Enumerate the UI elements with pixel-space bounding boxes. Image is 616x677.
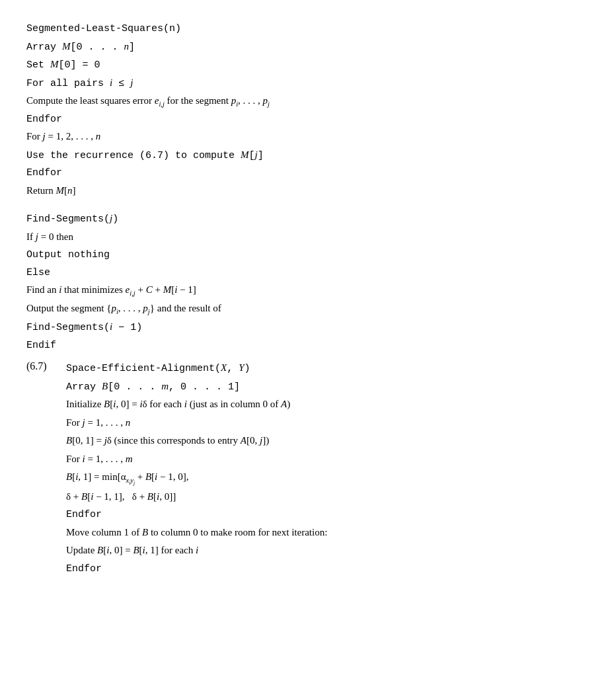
sls-line-2: Set M[0] = 0 xyxy=(26,56,590,74)
sea-line-6: B[i, 1] = min[αxiyj + B[i − 1, 0], xyxy=(66,469,590,488)
fs-line-1: If j = 0 then xyxy=(26,229,590,247)
fs-line-4: Find an i that minimizes ei,j + C + M[i … xyxy=(26,282,590,299)
sea-line-1: Array B[0 . . . m, 0 . . . 1] xyxy=(66,378,590,396)
sea-line-9: Move column 1 of B to column 0 to make r… xyxy=(66,524,590,542)
space-efficient-block: (6.7) Space-Efficient-Alignment(X, Y) Ar… xyxy=(26,359,590,578)
sea-line-8: Endfor xyxy=(66,506,590,524)
fs-line-3: Else xyxy=(26,264,590,282)
fs-line-7: Endif xyxy=(26,337,590,354)
fs-line-5: Output the segment {pi, . . . , pj} and … xyxy=(26,300,590,318)
fs-title: Find-Segments(j) xyxy=(26,210,590,228)
sls-line-6: For j = 1, 2, . . . , n xyxy=(26,128,590,146)
sls-line-1: Array M[0 . . . n] xyxy=(26,38,590,56)
sls-line-4: Compute the least squares error ei,j for… xyxy=(26,93,590,110)
sea-line-5: For i = 1, . . . , m xyxy=(66,451,590,469)
fs-line-6: Find-Segments(i − 1) xyxy=(26,319,590,337)
sea-line-4: B[0, 1] = jδ (since this corresponds to … xyxy=(66,432,590,450)
fs-line-2: Output nothing xyxy=(26,247,590,264)
sls-line-5: Endfor xyxy=(26,111,590,128)
sea-line-11: Endfor xyxy=(66,561,590,578)
equation-label: (6.7) xyxy=(26,359,66,372)
sls-line-8: Endfor xyxy=(26,165,590,182)
sea-line-2: Initialize B[i, 0] = iδ for each i (just… xyxy=(66,396,590,414)
find-segments-block: Find-Segments(j) If j = 0 then Output no… xyxy=(26,210,590,354)
sls-title: Segmented-Least-Squares(n) xyxy=(26,20,590,38)
segmented-least-squares-block: Segmented-Least-Squares(n) Array M[0 . .… xyxy=(26,20,590,200)
sls-line-9: Return M[n] xyxy=(26,182,590,200)
sls-line-3: For all pairs i ≤ j xyxy=(26,75,590,93)
sls-line-7: Use the recurrence (6.7) to compute M[j] xyxy=(26,147,590,165)
algorithm-container: Segmented-Least-Squares(n) Array M[0 . .… xyxy=(26,13,590,584)
sea-line-10: Update B[i, 0] = B[i, 1] for each i xyxy=(66,542,590,560)
sea-line-3: For j = 1, . . . , n xyxy=(66,415,590,432)
sea-title: Space-Efficient-Alignment(X, Y) xyxy=(66,360,590,378)
sea-content: Space-Efficient-Alignment(X, Y) Array B[… xyxy=(66,359,590,578)
sea-line-7: δ + B[i − 1, 1], δ + B[i, 0]] xyxy=(66,489,590,506)
